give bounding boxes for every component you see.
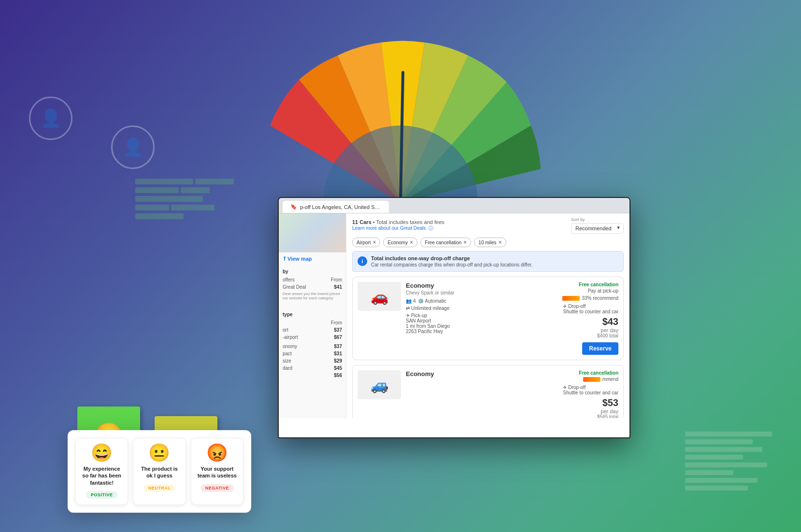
neutral-text: The product is ok I guess: [137, 465, 181, 479]
filter-great-deal: Great Deal $41: [283, 284, 342, 290]
car-card-2: 🚙 Economy Free cancellation mmend ✈ Drop…: [352, 365, 624, 418]
sort-wrapper: Sort by Recommended ▼: [571, 217, 624, 234]
filter-type-non-airport: -airport $67: [283, 335, 342, 340]
background-form: [685, 432, 782, 493]
type-label: type: [283, 312, 342, 317]
filter-section: by offers From Great Deal $41 Deal shows…: [279, 265, 346, 308]
type-section: type From ort $37 -airport $67: [279, 308, 346, 384]
person-icon-2: 👤: [111, 126, 155, 169]
car-category-1: Economy: [406, 282, 558, 289]
car-price-1: $43: [602, 316, 618, 327]
negative-emoji: 😡: [206, 444, 228, 462]
car-price-2: $53: [602, 397, 618, 408]
cat-last: $56: [283, 373, 342, 378]
reserve-button-1[interactable]: Reserve: [582, 342, 618, 355]
filter-type-airport: ort $37: [283, 327, 342, 333]
background-person-icons: 👤 👤: [29, 97, 155, 169]
positive-badge: POSITIVE: [86, 491, 118, 499]
info-banner: i Total includes one-way drop-off charge…: [352, 251, 624, 272]
car-model-1: Chevy Spark or similar: [406, 290, 558, 295]
map-placeholder: [279, 213, 346, 252]
active-tab[interactable]: 🔖 p-off Los Angeles, CA, United States o…: [283, 201, 389, 213]
chip-free-cancellation[interactable]: Free cancellation ×: [420, 238, 471, 247]
cat-compact: pact $31: [283, 351, 342, 356]
car-transmission-1: ⚙️ Automatic: [418, 298, 446, 304]
car-image-1: 🚗: [358, 282, 401, 311]
right-panel[interactable]: 11 Cars • Total includes taxes and fees …: [346, 213, 629, 418]
type-from-header: From: [283, 320, 342, 325]
positive-text: My experience so far has been fantastic!: [80, 465, 124, 486]
car-category-2: Economy: [406, 370, 558, 378]
neutral-badge: NEUTRAL: [143, 484, 176, 492]
car-pickup-1: ✈ Pick-up SAN Airport 1 mi from San Dieg…: [406, 313, 558, 334]
car-details-1: Economy Chevy Spark or similar 👥 4 ⚙️ Au…: [406, 282, 558, 355]
negative-badge: NEGATIVE: [200, 484, 234, 492]
car-dropoff-2: ✈ Drop-off Shuttle to counter and car: [563, 385, 618, 395]
gauge-chart: [231, 29, 570, 212]
sort-select-container: Recommended ▼: [571, 223, 624, 234]
info-icon: i: [358, 256, 367, 266]
chip-miles-remove[interactable]: ×: [499, 239, 502, 245]
background-bars: [135, 179, 234, 222]
chip-airport-remove[interactable]: ×: [372, 239, 376, 245]
car-rating-2: mmend: [583, 377, 618, 382]
cat-economy: onomy $37: [283, 344, 342, 349]
car-seats-1: 👥 4: [406, 298, 416, 304]
great-deal-desc: Deal shows you the lowest priced car web…: [283, 292, 342, 300]
sentiment-card-negative: 😡 Your support team is useless NEGATIVE: [191, 438, 243, 505]
rental-body: f View map by offers From Great Deal $41: [279, 213, 629, 418]
info-text: Total includes one-way drop-off charge C…: [371, 255, 532, 267]
car-image-2: 🚙: [358, 370, 401, 399]
filter-offers-header: offers From: [283, 277, 342, 282]
cat-standard: dard $45: [283, 365, 342, 371]
learn-more-link[interactable]: Learn more about our Great Deals ⓘ: [352, 225, 444, 232]
cat-size: size $29: [283, 358, 342, 364]
person-icon-1: 👤: [29, 97, 72, 140]
sentiment-overlay: 😄 My experience so far has been fantasti…: [68, 430, 251, 513]
category-section: onomy $37 pact $31 size $29 dard: [283, 344, 342, 378]
facebook-icon: f: [284, 255, 286, 262]
car-pricing-2: Free cancellation mmend ✈ Drop-off Shutt…: [563, 370, 618, 418]
sentiment-card-positive: 😄 My experience so far has been fantasti…: [75, 438, 128, 505]
chip-cancellation-remove[interactable]: ×: [463, 239, 467, 245]
chip-miles[interactable]: 10 miles ×: [474, 238, 506, 247]
car-pricing-1: Free cancellation Pay at pick-up 33% rec…: [562, 282, 618, 355]
negative-text: Your support team is useless: [195, 465, 239, 479]
chip-economy[interactable]: Economy ×: [383, 238, 417, 247]
car-features-1: 👥 4 ⚙️ Automatic: [406, 298, 558, 304]
car-mileage-1: ⇄ Unlimited mileage: [406, 306, 558, 311]
map-image: [279, 213, 346, 252]
neutral-emoji: 😐: [148, 444, 170, 462]
chip-airport[interactable]: Airport ×: [352, 238, 380, 247]
car-details-2: Economy: [406, 370, 558, 418]
filter-chips: Airport × Economy × Free cancellation × …: [352, 238, 624, 247]
results-header: 11 Cars • Total includes taxes and fees …: [352, 217, 624, 234]
positive-emoji: 😄: [91, 444, 113, 462]
car-card-1: 🚗 Economy Chevy Spark or similar 👥 4 ⚙️ …: [352, 277, 624, 360]
tab-label: p-off Los Angeles, CA, United States of …: [300, 204, 381, 210]
car-dropoff-1: ✈ Drop-off Shuttle to counter and car: [563, 304, 618, 314]
tab-icon: 🔖: [290, 204, 297, 210]
view-map-label: View map: [287, 256, 312, 262]
sort-select[interactable]: Recommended: [571, 223, 624, 234]
browser-tab-bar: 🔖 p-off Los Angeles, CA, United States o…: [279, 198, 629, 213]
view-map-button[interactable]: f View map: [279, 252, 346, 265]
browser-content: f View map by offers From Great Deal $41: [279, 213, 629, 437]
left-panel: f View map by offers From Great Deal $41: [279, 213, 346, 418]
sentiment-card-neutral: 😐 The product is ok I guess NEUTRAL: [133, 438, 186, 505]
results-count: 11 Cars • Total includes taxes and fees: [352, 219, 444, 225]
car-rating-1: 33% recommend: [562, 295, 618, 301]
results-info: 11 Cars • Total includes taxes and fees …: [352, 219, 444, 232]
chip-economy-remove[interactable]: ×: [410, 239, 413, 245]
filter-sort-label: by: [283, 269, 342, 274]
browser-window: 🔖 p-off Los Angeles, CA, United States o…: [278, 197, 630, 438]
